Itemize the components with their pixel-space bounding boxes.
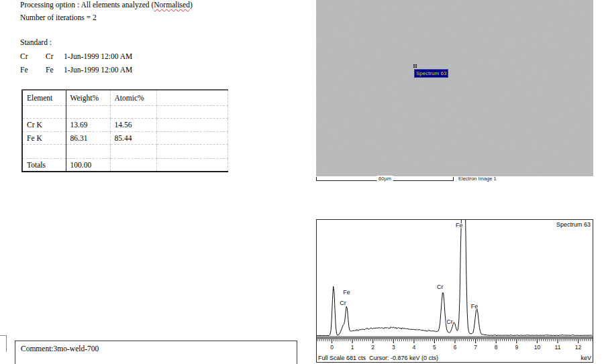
electron-image: Spectrum 63 — [316, 0, 593, 176]
full-scale-cursor-readout: Full Scale 681 cts Cursor: -0.876 keV (0… — [318, 355, 438, 361]
quant-results-table: Element Weight% Atomic% Cr K 13.69 14.56… — [21, 89, 228, 172]
standards-title: Standard : — [20, 38, 52, 46]
standard-name: Cr — [46, 52, 54, 60]
eds-report-page: Processing option : All elements analyze… — [0, 0, 604, 364]
table-cell — [66, 144, 110, 158]
table-cell — [22, 105, 66, 118]
table-cell: 85.44 — [110, 131, 156, 144]
svg-text:Cr: Cr — [446, 318, 453, 325]
electron-image-caption: Electron Image 1 — [458, 176, 497, 182]
table-cell-totals: Totals — [22, 158, 66, 172]
svg-text:Fe: Fe — [456, 222, 463, 229]
svg-text:6: 6 — [454, 344, 457, 351]
table-cell — [22, 144, 66, 158]
iterations-line: Number of iterations = 2 — [20, 13, 97, 21]
svg-text:0: 0 — [330, 344, 334, 351]
x-axis-unit-label: keV — [581, 355, 591, 361]
spellcheck-flagged-word: Normalised — [154, 1, 190, 9]
svg-text:Fe: Fe — [471, 303, 479, 310]
scale-bar-label: 60µm — [376, 176, 393, 182]
standard-element: Cr — [20, 52, 28, 60]
table-cell: Cr K — [22, 118, 66, 131]
spectrum-status-bar: Full Scale 681 cts Cursor: -0.876 keV (0… — [318, 355, 591, 361]
processing-option-line: Processing option : All elements analyze… — [20, 1, 193, 9]
table-cell — [156, 118, 228, 131]
spectrum-plot: 0123456789101112FeCrCrCrFeFe — [317, 220, 593, 353]
sem-noise-texture — [316, 0, 593, 176]
table-cell — [110, 158, 156, 172]
table-cell: Fe K — [22, 131, 66, 144]
spectrum-marker-icon — [413, 64, 415, 66]
standard-date: 1-Jun-1999 12:00 AM — [64, 66, 132, 74]
spectrum-marker-label[interactable]: Spectrum 63 — [414, 69, 448, 78]
svg-text:Cr: Cr — [437, 284, 444, 290]
standard-element: Fe — [20, 66, 28, 74]
table-cell: 13.69 — [66, 118, 110, 131]
table-header-element: Element — [22, 90, 66, 105]
standard-row: Fe Fe 1-Jun-1999 12:00 AM — [0, 66, 201, 75]
standard-name: Fe — [46, 66, 54, 74]
svg-text:10: 10 — [534, 344, 541, 351]
table-header-weight: Weight% — [66, 90, 110, 105]
svg-text:Fe: Fe — [343, 289, 350, 296]
svg-text:7: 7 — [474, 344, 477, 351]
eds-spectrum-chart: Spectrum 63 0123456789101112FeCrCrCrFeFe… — [316, 219, 593, 363]
comment-text: Comment:3mo-weld-700 — [21, 345, 99, 353]
svg-text:12: 12 — [575, 344, 582, 351]
table-cell: 100.00 — [66, 158, 110, 172]
comment-box[interactable]: Comment:3mo-weld-700 — [15, 341, 297, 364]
table-cell — [156, 158, 228, 172]
table-header-atomic: Atomic% — [110, 90, 156, 105]
page-corner-fragment — [0, 335, 7, 352]
table-cell — [156, 131, 228, 144]
svg-text:9: 9 — [515, 344, 518, 351]
processing-option-suffix: ) — [190, 1, 193, 9]
table-cell — [66, 105, 110, 118]
table-cell — [156, 105, 228, 118]
svg-text:5: 5 — [433, 344, 436, 351]
table-cell — [156, 144, 228, 158]
svg-text:11: 11 — [555, 344, 561, 351]
svg-text:Cr: Cr — [340, 300, 346, 306]
table-header-blank — [156, 90, 228, 105]
svg-text:4: 4 — [413, 344, 416, 351]
svg-text:8: 8 — [495, 344, 498, 351]
svg-text:1: 1 — [351, 344, 354, 351]
table-cell — [110, 144, 156, 158]
svg-text:2: 2 — [371, 344, 374, 351]
table-cell: 14.56 — [110, 118, 156, 131]
table-cell: 86.31 — [66, 131, 110, 144]
scale-bar: 60µm — [316, 177, 454, 181]
processing-option-prefix: Processing option : All elements analyze… — [20, 1, 154, 9]
standard-date: 1-Jun-1999 12:00 AM — [64, 52, 132, 60]
table-cell — [110, 105, 156, 118]
standard-row: Cr Cr 1-Jun-1999 12:00 AM — [0, 52, 201, 62]
svg-text:3: 3 — [392, 344, 395, 351]
